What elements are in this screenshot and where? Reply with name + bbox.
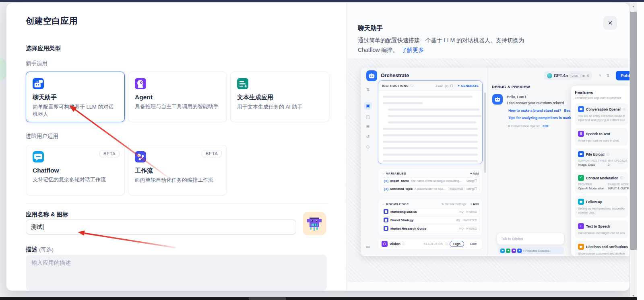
generate-button[interactable]: ✦ GENERATE bbox=[457, 84, 479, 88]
app-type-card-text-generator[interactable]: 文本生成应用 用于文本生成任务的 AI 助手 bbox=[230, 72, 329, 122]
app-type-card-chat-assistant[interactable]: 聊天助手 简单配置即可构建基于 LLM 的对话机器人 bbox=[26, 72, 125, 122]
info-icon: ⓘ bbox=[402, 242, 405, 246]
knowledge-row[interactable]: Marketing Basics HQ · HYBRID bbox=[381, 208, 480, 215]
preview-title: 聊天助手 bbox=[358, 24, 383, 33]
orchestrate-title: Orchestrate bbox=[381, 73, 409, 78]
divider bbox=[455, 84, 455, 88]
shield-check-icon bbox=[578, 175, 584, 181]
model-chevron-icon[interactable]: ∨ bbox=[599, 74, 601, 77]
sidebar-doc-icon[interactable]: ≣ bbox=[364, 123, 372, 131]
resolution-high-button[interactable]: High bbox=[450, 241, 464, 247]
sidebar-panel-icon[interactable]: ▭ bbox=[364, 242, 372, 251]
add-knowledge-button[interactable]: + Add bbox=[470, 202, 479, 206]
optional-label: (可选) bbox=[39, 247, 54, 253]
app-type-card-workflow[interactable]: BETA 工作流 面向单轮自动化任务的编排工作流 bbox=[128, 145, 227, 195]
instructions-label: INSTRUCTIONS bbox=[382, 84, 409, 88]
speaker-icon bbox=[578, 223, 584, 229]
beta-badge: BETA bbox=[99, 150, 120, 157]
text-cursor bbox=[43, 224, 43, 230]
feature-mini-icon bbox=[512, 249, 516, 253]
collapse-icon[interactable]: ⌄ bbox=[382, 172, 384, 175]
feature-conversation-opener[interactable]: Conversation Openerⓘ You are an entity e… bbox=[575, 103, 628, 125]
scrollbar-thumb[interactable] bbox=[630, 12, 637, 250]
variables-label: VARIABLES bbox=[386, 172, 406, 175]
variable-row[interactable]: {x} unrelated_topic A placeholder for to… bbox=[381, 185, 480, 192]
close-button[interactable]: × bbox=[603, 16, 617, 30]
char-count: 2182 bbox=[436, 84, 443, 88]
sidebar-history-icon[interactable]: ↺ bbox=[364, 133, 372, 141]
edit-link[interactable]: Edit bbox=[543, 124, 548, 128]
card-title: 聊天助手 bbox=[33, 94, 118, 101]
feature-text-to-speech[interactable]: Text to Speech Conversation messages can… bbox=[575, 220, 628, 238]
dataset-icon bbox=[384, 209, 388, 214]
bot-greeting-line2: I can answer your questions related bbox=[507, 101, 564, 105]
info-icon: ⓘ bbox=[620, 176, 623, 180]
app-name-value: 测试 bbox=[31, 224, 42, 230]
app-name-label: 应用名称 & 图标 bbox=[26, 211, 68, 218]
preview-scrollbar-thumb[interactable] bbox=[484, 92, 486, 173]
workflow-icon bbox=[135, 151, 146, 162]
add-variable-button[interactable]: + Add bbox=[470, 172, 479, 175]
bottom-bar-segment bbox=[249, 297, 286, 300]
features-title: Features bbox=[575, 90, 628, 95]
feature-citations[interactable]: Citations and Attributions Show source d… bbox=[575, 241, 628, 256]
modal-title: 创建空白应用 bbox=[26, 15, 78, 27]
enabled-features-bar: 4 Features Enabled bbox=[498, 247, 564, 254]
knowledge-row[interactable]: Brand Strategy HQ · INVERTED bbox=[381, 216, 480, 224]
info-icon: ⓘ bbox=[607, 152, 609, 156]
chat-bubble-icon bbox=[578, 199, 584, 205]
feature-content-moderation[interactable]: Content Moderationⓘ PROVIDEROpenAI Moder… bbox=[575, 172, 628, 193]
sidebar-sort-icon[interactable]: ⇅ bbox=[364, 86, 372, 94]
app-preview-image: Orchestrate GPT-4o CHAT ◉ ⚙ ∨ ⇅ Publish … bbox=[361, 68, 630, 256]
retrieval-tag: HQ · INVERTED bbox=[456, 219, 477, 222]
feature-speech-to-text[interactable]: Speech to Text Voice input can be used i… bbox=[575, 128, 628, 146]
knowledge-panel: ⌄ KNOWLEDGE ⇅ Rerank Settings + Add Mark… bbox=[378, 199, 483, 236]
desc-textarea[interactable]: 输入应用的描述 bbox=[26, 255, 327, 291]
publish-button[interactable]: Publish bbox=[616, 71, 630, 80]
card-title: Chatflow bbox=[33, 167, 118, 174]
robot-icon bbox=[368, 72, 376, 80]
feature-file-upload[interactable]: File Uploadⓘ SUPPORT FILE TYPESImage, Do… bbox=[575, 148, 628, 169]
app-type-card-agent[interactable]: Agent 具备推理与自主工具调用的智能助手 bbox=[128, 72, 227, 122]
card-desc: 面向单轮自动化任务的编排工作流 bbox=[135, 177, 220, 184]
choose-type-label: 选择应用类型 bbox=[26, 45, 61, 52]
bot-avatar bbox=[492, 94, 503, 105]
dataset-icon bbox=[384, 226, 388, 231]
retrieval-tag: HQ · HYBRID bbox=[460, 227, 477, 230]
suggested-question[interactable]: Tips for analyzing competitors in marke bbox=[508, 116, 573, 120]
copy-icon[interactable] bbox=[450, 84, 453, 87]
edit-icon bbox=[475, 187, 477, 190]
learn-more-link[interactable]: 了解更多 bbox=[401, 47, 424, 53]
card-title: Agent bbox=[135, 94, 220, 101]
app-avatar bbox=[366, 70, 377, 81]
sidebar-image-icon[interactable]: ▢ bbox=[364, 113, 372, 121]
variable-row[interactable]: {x} expert_name The name of the strategi… bbox=[381, 177, 480, 184]
app-icon-picker[interactable] bbox=[303, 212, 326, 235]
edit-icon bbox=[475, 179, 477, 182]
sidebar-orchestrate-icon[interactable]: ▣ bbox=[364, 102, 372, 110]
collapse-icon[interactable]: ⌄ bbox=[382, 202, 384, 205]
resolution-low-button[interactable]: Low bbox=[468, 241, 479, 247]
screen: 创建空白应用 选择应用类型 新手适用 聊天助手 简单配置即可构建基于 LLM 的… bbox=[0, 0, 644, 300]
suggested-question[interactable]: How to make a brand stand out? Bes bbox=[508, 109, 570, 113]
app-type-card-chatflow[interactable]: BETA Chatflow 支持记忆的复杂多轮对话工作流 bbox=[26, 145, 125, 195]
mini-sidebar: ⇅ ▣ ▢ ≣ ↺ ⊙ ▭ bbox=[361, 84, 375, 256]
instructions-header: INSTRUCTIONS ⓘ 2182 {x} ✦ GENERATE bbox=[378, 81, 482, 91]
variable-icon[interactable]: {x} bbox=[445, 84, 448, 88]
knowledge-row[interactable]: Market Research Guide HQ · HYBRID bbox=[381, 225, 480, 232]
rerank-settings-button[interactable]: ⇅ Rerank Settings bbox=[441, 202, 466, 206]
info-icon: ⓘ bbox=[445, 242, 448, 246]
browser-top-edge bbox=[0, 0, 644, 2]
sidebar-clock-icon[interactable]: ⊙ bbox=[364, 143, 372, 151]
group-advanced-label: 进阶用户适用 bbox=[26, 133, 58, 140]
app-name-input[interactable]: 测试 bbox=[26, 220, 296, 234]
chat-assistant-icon bbox=[33, 78, 44, 89]
dataset-icon bbox=[384, 218, 388, 222]
chat-input[interactable]: Talk to DifyBot bbox=[497, 233, 564, 245]
instructions-text-skeleton[interactable] bbox=[378, 91, 482, 164]
browser-scrollbar[interactable]: ▲ ▼ bbox=[630, 2, 637, 300]
scroll-up-icon[interactable]: ▲ bbox=[630, 3, 637, 9]
params-icon[interactable]: ⇅ bbox=[606, 73, 609, 78]
feature-follow-up[interactable]: Follow-up Setting up next questions sugg… bbox=[575, 196, 628, 218]
variables-panel: ⌄ VARIABLES + Add {x} expert_name The na… bbox=[378, 168, 483, 194]
